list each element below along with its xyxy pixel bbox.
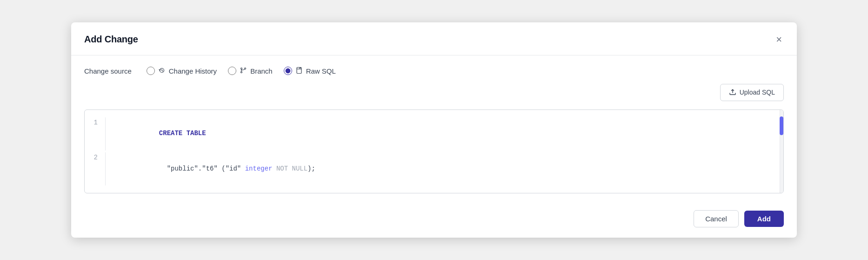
branch-label: Branch [250, 67, 273, 75]
dialog-header: Add Change × [71, 22, 797, 55]
svg-point-0 [241, 68, 242, 69]
dialog-body: Change source Change History [71, 55, 797, 203]
code-line-1: 1 CREATE TABLE [85, 116, 783, 151]
dialog-title: Add Change [84, 34, 138, 45]
radio-raw-sql[interactable]: Raw SQL [284, 67, 336, 75]
add-button[interactable]: Add [744, 211, 784, 227]
raw-sql-icon [295, 67, 303, 75]
change-source-label: Change source [84, 67, 132, 75]
code-lines: 1 CREATE TABLE 2 "public"."t6" ("id" int… [85, 110, 783, 193]
svg-rect-4 [297, 67, 301, 73]
line-separator-1 [105, 117, 106, 151]
code-text-public: "public"."t6" ("id" [159, 165, 245, 172]
radio-change-history-input[interactable] [147, 67, 155, 75]
kw-not-null: NOT NULL [272, 165, 307, 172]
line-content-2: "public"."t6" ("id" integer NOT NULL); [112, 152, 315, 185]
scrollbar-thumb [780, 116, 783, 135]
branch-icon [240, 67, 247, 75]
add-change-dialog: Add Change × Change source Change [71, 22, 797, 238]
code-editor[interactable]: 1 CREATE TABLE 2 "public"."t6" ("id" int… [84, 109, 784, 194]
upload-sql-button[interactable]: Upload SQL [720, 84, 784, 101]
kw-create: CREATE TABLE [159, 130, 206, 137]
scrollbar[interactable] [780, 110, 783, 193]
change-source-row: Change source Change History [84, 67, 784, 75]
raw-sql-label: Raw SQL [306, 67, 336, 75]
change-history-icon [158, 67, 166, 75]
upload-sql-label: Upload SQL [740, 89, 775, 96]
line-number-1: 1 [85, 117, 105, 129]
radio-branch[interactable]: Branch [228, 67, 273, 75]
svg-point-2 [245, 68, 246, 69]
line-content-1: CREATE TABLE [112, 117, 206, 151]
code-text-end: ); [307, 165, 315, 172]
line-number-2: 2 [85, 152, 105, 164]
radio-branch-input[interactable] [228, 67, 236, 75]
kw-integer: integer [245, 165, 273, 172]
radio-change-history[interactable]: Change History [147, 67, 217, 75]
close-button[interactable]: × [774, 33, 784, 47]
radio-raw-sql-input[interactable] [284, 67, 292, 75]
upload-icon [729, 88, 736, 97]
svg-point-1 [241, 71, 242, 73]
code-line-2: 2 "public"."t6" ("id" integer NOT NULL); [85, 151, 783, 186]
dialog-footer: Cancel Add [71, 203, 797, 238]
upload-row: Upload SQL [84, 84, 784, 101]
cancel-button[interactable]: Cancel [694, 210, 739, 227]
change-history-label: Change History [169, 67, 217, 75]
line-separator-2 [105, 152, 106, 185]
